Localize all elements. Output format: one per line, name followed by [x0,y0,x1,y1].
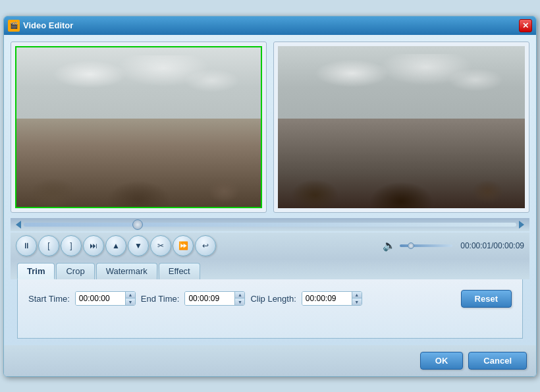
start-time-spinner: ▲ ▼ [125,292,135,305]
end-time-input-group: ▲ ▼ [184,291,245,306]
start-time-spin-down[interactable]: ▼ [126,298,135,305]
start-time-spin-up[interactable]: ▲ [126,292,135,298]
tab-watermark[interactable]: Watermark [96,263,157,279]
end-time-spin-down[interactable]: ▼ [235,298,244,305]
trim-content: Start Time: ▲ ▼ End Time: ▲ ▼ Cl [28,290,512,308]
bracket-right-button[interactable]: ] [61,235,82,256]
seekbar-container [11,218,529,231]
start-time-label: Start Time: [28,294,70,304]
volume-track[interactable] [400,244,452,247]
seekbar-right-arrow[interactable] [519,221,524,229]
clip-length-spin-up[interactable]: ▲ [352,292,362,298]
start-time-input-group: ▲ ▼ [75,291,136,306]
window-title: Video Editor [23,20,519,30]
arrow-up-button[interactable]: ▲ [105,235,126,256]
rocks-layer [16,143,261,207]
tab-content: Start Time: ▲ ▼ End Time: ▲ ▼ Cl [17,279,523,339]
clouds-layer-r [278,54,525,119]
clip-length-label: Clip Length: [250,294,296,304]
clip-length-input-group: ▲ ▼ [302,291,362,306]
ok-button[interactable]: OK [420,352,464,370]
titlebar: 🎬 Video Editor ✕ [4,16,536,35]
video-editor-window: 🎬 Video Editor ✕ [3,16,537,377]
skip-end-button[interactable]: ⏩ [173,235,194,256]
clip-length-spin-down[interactable]: ▼ [352,298,362,305]
preview-row [11,42,529,213]
end-time-spin-up[interactable]: ▲ [235,292,244,298]
tabs-row: Trim Crop Watermark Effect [11,259,529,279]
tab-crop[interactable]: Crop [56,263,94,279]
rocks-layer-r [278,143,525,208]
left-video-preview [15,46,262,208]
volume-thumb[interactable] [408,242,414,249]
start-time-input[interactable] [76,292,125,305]
controls-row: ⏸ [ ] ⏭ ▲ ▼ ✂ ⏩ ↩ [11,233,529,259]
seekbar-left-arrow[interactable] [16,221,21,229]
end-time-spinner: ▲ ▼ [234,292,244,305]
seekbar-track[interactable] [24,223,516,227]
left-preview-panel [11,42,267,213]
tab-effect[interactable]: Effect [159,263,200,279]
end-time-input[interactable] [185,292,234,305]
tab-trim[interactable]: Trim [17,263,55,279]
close-button[interactable]: ✕ [519,19,532,32]
reset-button[interactable]: Reset [461,290,512,308]
seekbar-thumb[interactable] [132,219,143,230]
bracket-left-button[interactable]: [ [38,235,59,256]
right-video-preview [278,46,525,208]
volume-section: 🔈 00:00:01/00:00:09 [383,239,524,252]
arrow-down-button[interactable]: ▼ [128,235,149,256]
cut-button[interactable]: ✂ [150,235,171,256]
footer-row: OK Cancel [4,345,536,376]
app-icon: 🎬 [8,20,20,32]
clouds-layer [16,55,261,119]
clip-length-input[interactable] [302,292,352,305]
volume-icon: 🔈 [383,239,396,252]
undo-button[interactable]: ↩ [195,235,216,256]
end-time-label: End Time: [141,294,180,304]
time-display: 00:00:01/00:00:09 [460,241,524,250]
right-preview-panel [273,42,529,213]
main-content: ⏸ [ ] ⏭ ▲ ▼ ✂ ⏩ ↩ [4,35,536,345]
cancel-button[interactable]: Cancel [468,352,527,370]
clip-length-spinner: ▲ ▼ [352,292,362,305]
skip-next-button[interactable]: ⏭ [83,235,104,256]
pause-button[interactable]: ⏸ [16,235,37,256]
